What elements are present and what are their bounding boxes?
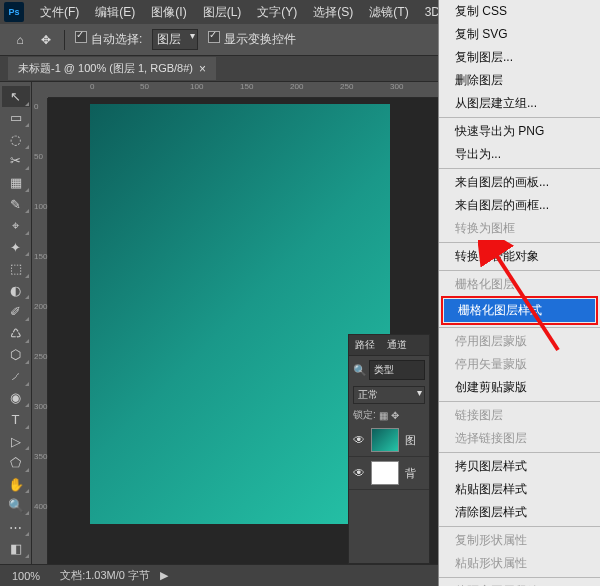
ctx-item[interactable]: 清除图层样式 bbox=[439, 501, 600, 524]
auto-select-checkbox[interactable]: 自动选择: bbox=[75, 31, 142, 48]
clone-stamp-tool[interactable]: ⬚ bbox=[2, 258, 30, 279]
layer-thumbnail[interactable] bbox=[371, 428, 399, 452]
menu-image[interactable]: 图像(I) bbox=[143, 4, 194, 21]
ctx-item[interactable]: 复制 SVG bbox=[439, 23, 600, 46]
tools-palette: ↖ ▭ ◌ ✂ ▦ ✎ ⌖ ✦ ⬚ ◐ ✐ ♺ ⬡ ⟋ ◉ T ▷ ⬠ ✋ 🔍 … bbox=[0, 82, 32, 564]
channels-tab[interactable]: 通道 bbox=[381, 335, 413, 355]
ctx-item[interactable]: 删除图层 bbox=[439, 69, 600, 92]
blur-tool[interactable]: ⬡ bbox=[2, 345, 30, 366]
brush-tool[interactable]: ✦ bbox=[2, 237, 30, 258]
menu-file[interactable]: 文件(F) bbox=[32, 4, 87, 21]
ctx-item: 栅格化图层 bbox=[439, 273, 600, 296]
layer-row[interactable]: 👁 图 bbox=[349, 424, 429, 457]
eraser-tool[interactable]: ✐ bbox=[2, 301, 30, 322]
ctx-item: 停用矢量蒙版 bbox=[439, 353, 600, 376]
lock-pixels-icon[interactable]: ▦ bbox=[379, 410, 388, 421]
ctx-item[interactable]: 创建剪贴蒙版 bbox=[439, 376, 600, 399]
ctx-item[interactable]: 导出为... bbox=[439, 143, 600, 166]
ctx-item: 粘贴形状属性 bbox=[439, 552, 600, 575]
layer-row[interactable]: 👁 背 bbox=[349, 457, 429, 490]
visibility-toggle[interactable]: 👁 bbox=[353, 466, 365, 480]
eyedropper-tool[interactable]: ✎ bbox=[2, 194, 30, 215]
ctx-item[interactable]: 转换为智能对象 bbox=[439, 245, 600, 268]
ctx-item: 停用图层蒙版 bbox=[439, 330, 600, 353]
ctx-item[interactable]: 从图层建立组... bbox=[439, 92, 600, 115]
shape-tool[interactable]: ⬠ bbox=[2, 452, 30, 473]
document-title: 未标题-1 @ 100% (图层 1, RGB/8#) bbox=[18, 61, 193, 76]
close-tab-button[interactable]: × bbox=[199, 62, 206, 76]
layer-lock-row: 锁定:▦✥ bbox=[349, 406, 429, 424]
menu-filter[interactable]: 滤镜(T) bbox=[361, 4, 416, 21]
auto-select-target[interactable]: 图层 bbox=[152, 29, 198, 50]
path-select-tool[interactable]: ▷ bbox=[2, 431, 30, 452]
hand-tool[interactable]: ✋ bbox=[2, 474, 30, 495]
ctx-item: 复制形状属性 bbox=[439, 529, 600, 552]
history-brush-tool[interactable]: ◐ bbox=[2, 280, 30, 301]
search-icon: 🔍 bbox=[353, 364, 367, 377]
move-tool-icon[interactable]: ✥ bbox=[38, 32, 54, 48]
ctx-item[interactable]: 来自图层的画框... bbox=[439, 194, 600, 217]
ruler-origin[interactable] bbox=[32, 82, 48, 98]
ctx-item: 选择链接图层 bbox=[439, 427, 600, 450]
layer-context-menu: 复制 CSS复制 SVG复制图层...删除图层从图层建立组...快速导出为 PN… bbox=[438, 0, 600, 586]
layer-name[interactable]: 图 bbox=[405, 433, 416, 448]
menu-layer[interactable]: 图层(L) bbox=[195, 4, 250, 21]
dodge-tool[interactable]: ⟋ bbox=[2, 366, 30, 387]
layer-name[interactable]: 背 bbox=[405, 466, 416, 481]
menu-type[interactable]: 文字(Y) bbox=[249, 4, 305, 21]
zoom-tool[interactable]: 🔍 bbox=[2, 495, 30, 516]
ctx-item: 链接图层 bbox=[439, 404, 600, 427]
ctx-item[interactable]: 拷贝图层样式 bbox=[439, 455, 600, 478]
pen-tool[interactable]: ◉ bbox=[2, 388, 30, 409]
text-tool[interactable]: T bbox=[2, 409, 30, 430]
ctx-item[interactable]: 复制图层... bbox=[439, 46, 600, 69]
ctx-item: 转换为图框 bbox=[439, 217, 600, 240]
lock-position-icon[interactable]: ✥ bbox=[391, 410, 399, 421]
visibility-toggle[interactable]: 👁 bbox=[353, 433, 365, 447]
panel-dock-icons[interactable]: ◨▤◑ bbox=[429, 335, 430, 388]
home-icon[interactable]: ⌂ bbox=[12, 32, 28, 48]
extra-tools[interactable]: ⋯ bbox=[2, 517, 30, 538]
document-canvas[interactable] bbox=[90, 104, 390, 524]
menu-select[interactable]: 选择(S) bbox=[305, 4, 361, 21]
ctx-item[interactable]: 快速导出为 PNG bbox=[439, 120, 600, 143]
crop-tool[interactable]: ✂ bbox=[2, 151, 30, 172]
document-tab[interactable]: 未标题-1 @ 100% (图层 1, RGB/8#) × bbox=[8, 57, 216, 80]
color-swap[interactable]: ◧ bbox=[2, 538, 30, 559]
spot-heal-tool[interactable]: ⌖ bbox=[2, 215, 30, 236]
layer-filter-type[interactable]: 类型 bbox=[369, 360, 425, 380]
app-logo: Ps bbox=[4, 2, 24, 22]
paths-tab[interactable]: 路径 bbox=[349, 335, 381, 355]
show-transform-checkbox[interactable]: 显示变换控件 bbox=[208, 31, 296, 48]
vertical-ruler[interactable]: 0 50 100 150 200 250 300 350 400 bbox=[32, 98, 48, 564]
ctx-item[interactable]: 来自图层的画板... bbox=[439, 171, 600, 194]
ctx-item[interactable]: 粘贴图层样式 bbox=[439, 478, 600, 501]
move-tool[interactable]: ↖ bbox=[2, 86, 30, 107]
gradient-tool[interactable]: ♺ bbox=[2, 323, 30, 344]
lasso-tool[interactable]: ◌ bbox=[2, 129, 30, 150]
doc-info[interactable]: 文档:1.03M/0 字节▶ bbox=[60, 568, 168, 583]
zoom-level[interactable]: 100% bbox=[12, 570, 40, 582]
blend-mode-select[interactable]: 正常 bbox=[353, 386, 425, 404]
marquee-tool[interactable]: ▭ bbox=[2, 108, 30, 129]
layer-thumbnail[interactable] bbox=[371, 461, 399, 485]
layers-panel: ◨▤◑ 路径 通道 🔍 类型 正常 锁定:▦✥ 👁 图 👁 背 bbox=[348, 334, 430, 564]
frame-tool[interactable]: ▦ bbox=[2, 172, 30, 193]
ctx-item-rasterize-style[interactable]: 栅格化图层样式 bbox=[444, 299, 595, 322]
menu-edit[interactable]: 编辑(E) bbox=[87, 4, 143, 21]
ctx-item[interactable]: 复制 CSS bbox=[439, 0, 600, 23]
ctx-item: 从隔离图层释放 bbox=[439, 580, 600, 586]
